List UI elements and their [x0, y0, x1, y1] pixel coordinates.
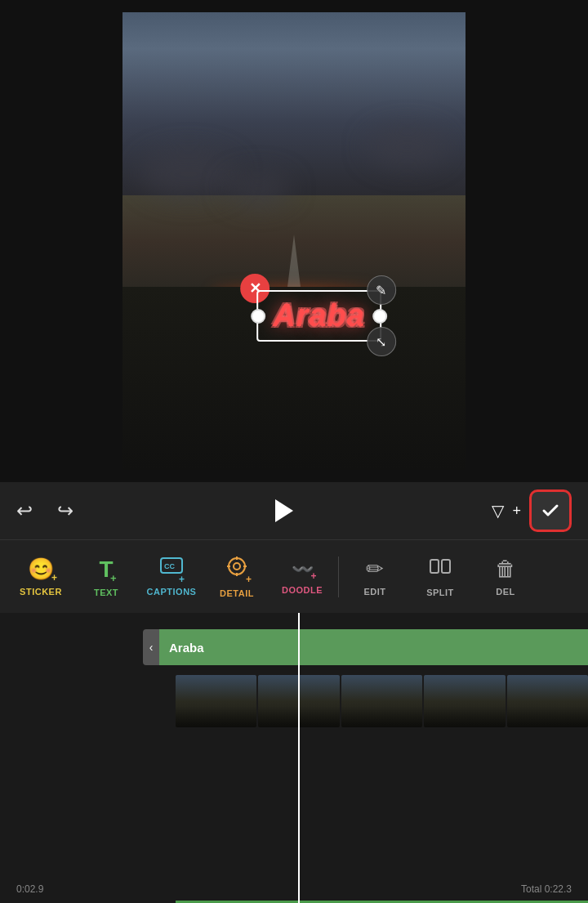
- video-thumb-5: [507, 675, 588, 727]
- checkmark-icon: [541, 501, 560, 521]
- text-overlay-container[interactable]: ✕ Araba ✎ ⤡: [256, 290, 381, 342]
- tool-divider: [338, 557, 339, 597]
- edit-text-button[interactable]: ✎: [367, 275, 396, 305]
- tool-detail[interactable]: + DETAIL: [204, 548, 270, 605]
- sticker-icon: 😊+: [28, 557, 54, 582]
- undo-button[interactable]: ↩: [16, 499, 33, 522]
- confirm-button[interactable]: [529, 489, 572, 532]
- video-preview: ✕ Araba ✎ ⤡: [0, 0, 588, 482]
- total-time: Total 0:22.3: [521, 883, 572, 895]
- toolbar-row: ↩ ↪ ▽ +: [0, 482, 588, 539]
- handle-left[interactable]: [251, 309, 265, 324]
- svg-point-2: [229, 558, 245, 574]
- del-icon: 🗑: [495, 557, 516, 582]
- toolbar-right: ▽ +: [492, 489, 572, 532]
- filter-icon[interactable]: ▽: [492, 501, 504, 521]
- text-track-bar[interactable]: Araba: [159, 629, 588, 665]
- toolbar-center: [265, 493, 301, 529]
- del-label: DEL: [496, 587, 515, 597]
- text-track: ‹ Araba: [0, 629, 588, 665]
- detail-icon: +: [225, 555, 248, 583]
- sticker-label: STICKER: [20, 587, 62, 597]
- text-track-handle[interactable]: ‹: [143, 629, 159, 665]
- timeline-area: ‹ Araba 0:02.9 Total 0:22.3: [0, 613, 588, 903]
- tool-sticker[interactable]: 😊+ STICKER: [8, 550, 74, 603]
- play-icon: [275, 499, 293, 522]
- doodle-label: DOODLE: [282, 585, 323, 595]
- split-label: SPLIT: [426, 588, 454, 597]
- tool-split[interactable]: SPLIT: [408, 549, 473, 604]
- tools-menu: 😊+ STICKER T+ TEXT CC + CAPTIONS: [0, 539, 588, 613]
- svg-rect-9: [442, 560, 450, 573]
- tool-edit[interactable]: ✏ EDIT: [342, 550, 408, 603]
- add-button[interactable]: +: [512, 503, 521, 520]
- redo-button[interactable]: ↪: [57, 499, 74, 522]
- doodle-icon: 〰️+: [292, 559, 314, 580]
- smoke-effect-3: [225, 172, 291, 205]
- tool-captions[interactable]: CC + CAPTIONS: [139, 550, 204, 603]
- text-label: TEXT: [94, 588, 118, 597]
- split-icon: [430, 556, 451, 583]
- detail-label: DETAIL: [220, 588, 254, 598]
- captions-icon: CC +: [160, 557, 183, 582]
- video-strip: [176, 675, 588, 727]
- smoke-effect-1: [140, 150, 238, 199]
- video-canvas: ✕ Araba ✎ ⤡: [122, 12, 466, 470]
- overlay-text: Araba: [273, 298, 365, 333]
- video-thumb-1: [176, 675, 256, 727]
- current-time: 0:02.9: [16, 883, 43, 895]
- tool-doodle[interactable]: 〰️+ DOODLE: [270, 552, 335, 601]
- smoke-effect-2: [367, 127, 448, 168]
- svg-point-3: [234, 563, 240, 570]
- tool-text[interactable]: T+ TEXT: [74, 550, 139, 604]
- captions-label: CAPTIONS: [147, 587, 197, 597]
- svg-rect-8: [430, 560, 439, 573]
- toolbar-left: ↩ ↪: [16, 499, 74, 522]
- handle-right[interactable]: [372, 309, 387, 324]
- video-thumb-4: [424, 675, 505, 727]
- playhead: [298, 613, 300, 903]
- tool-del[interactable]: 🗑 DEL: [473, 550, 538, 603]
- svg-text:CC: CC: [164, 562, 175, 570]
- bottom-controls: ↩ ↪ ▽ + 😊+ STICKER T+ T: [0, 482, 588, 903]
- edit-label: EDIT: [363, 587, 385, 597]
- text-track-label: Araba: [169, 641, 204, 655]
- timestamps: 0:02.9 Total 0:22.3: [0, 883, 588, 895]
- edit-icon: ✏: [366, 557, 384, 582]
- text-icon: T+: [99, 557, 113, 583]
- play-button[interactable]: [265, 493, 301, 529]
- video-thumb-3: [341, 675, 422, 727]
- resize-text-button[interactable]: ⤡: [367, 327, 396, 356]
- text-selection-box: Araba ✎ ⤡: [256, 290, 381, 342]
